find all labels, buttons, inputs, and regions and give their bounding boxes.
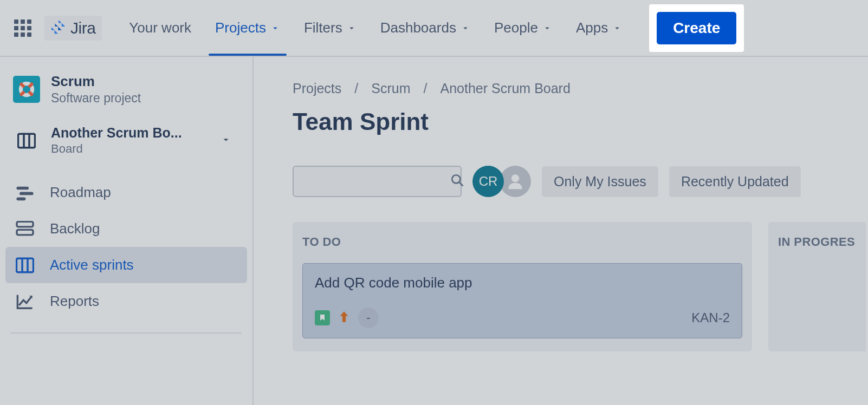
main-content: Projects / Scrum / Another Scrum Board T… <box>254 57 868 405</box>
chevron-down-icon <box>612 23 622 33</box>
sidebar-item-label: Roadmap <box>50 184 111 201</box>
product-logo[interactable]: Jira <box>44 16 102 41</box>
issue-title: Add QR code mobile app <box>315 275 730 291</box>
svg-rect-5 <box>16 186 29 190</box>
issue-key[interactable]: KAN-2 <box>691 310 730 325</box>
svg-rect-8 <box>17 221 33 227</box>
project-avatar <box>13 76 40 103</box>
avatar[interactable]: CR <box>472 166 504 197</box>
nav-your-work[interactable]: Your work <box>117 0 203 56</box>
svg-rect-10 <box>16 258 33 272</box>
app-switcher-icon <box>14 19 31 37</box>
page-title: Team Sprint <box>293 108 868 135</box>
assignee-unset[interactable]: - <box>358 308 379 328</box>
sidebar-item-active-sprints[interactable]: Active sprints <box>5 247 247 283</box>
column-title: TO DO <box>302 235 742 249</box>
nav-people[interactable]: People <box>482 0 564 56</box>
board-column-in-progress: IN PROGRES <box>768 222 866 351</box>
backlog-icon <box>14 221 36 237</box>
active-sprints-icon <box>14 257 36 273</box>
assignee-avatars: CR <box>472 166 531 197</box>
board-picker[interactable]: Another Scrum Bo... Board <box>5 115 247 165</box>
board-icon <box>13 133 40 149</box>
board-sublabel: Board <box>51 142 182 156</box>
nav-label: Apps <box>576 19 608 36</box>
breadcrumb-item[interactable]: Projects <box>293 81 341 96</box>
sidebar-item-label: Reports <box>50 293 99 310</box>
top-nav: Jira Your work Projects Filters Dashboar… <box>0 0 868 57</box>
project-header[interactable]: Scrum Software project <box>5 57 247 115</box>
create-highlight: Create <box>649 4 744 52</box>
sidebar-item-backlog[interactable]: Backlog <box>5 211 247 247</box>
svg-point-15 <box>511 174 519 182</box>
board-toolbar: CR Only My Issues Recently Updated <box>293 166 868 197</box>
svg-rect-7 <box>16 197 25 200</box>
nav-label: Your work <box>129 19 191 36</box>
svg-line-14 <box>459 182 463 186</box>
search-box[interactable] <box>293 166 462 197</box>
nav-label: Projects <box>215 19 266 36</box>
board-name: Another Scrum Bo... <box>51 125 182 141</box>
reports-icon <box>14 293 36 310</box>
svg-rect-9 <box>17 230 33 235</box>
chevron-down-icon <box>461 23 470 33</box>
nav-filters[interactable]: Filters <box>292 0 368 56</box>
svg-rect-6 <box>20 192 34 195</box>
person-icon <box>506 172 524 191</box>
avatar-unassigned[interactable] <box>500 166 531 197</box>
nav-label: Dashboards <box>380 19 456 36</box>
breadcrumb-item[interactable]: Scrum <box>371 81 410 96</box>
product-name: Jira <box>70 19 95 37</box>
roadmap-icon <box>14 185 36 201</box>
sidebar-nav: Roadmap Backlog Active sprints Reports <box>5 174 247 319</box>
sidebar-item-roadmap[interactable]: Roadmap <box>5 174 247 211</box>
column-title: IN PROGRES <box>778 235 866 249</box>
chevron-down-icon <box>220 134 241 148</box>
priority-medium-icon <box>339 310 349 326</box>
nav-apps[interactable]: Apps <box>564 0 634 56</box>
chevron-down-icon <box>347 23 357 33</box>
sidebar-divider <box>11 332 242 334</box>
nav-dashboards[interactable]: Dashboards <box>368 0 482 56</box>
sidebar-item-label: Backlog <box>50 220 100 237</box>
board-column-todo: TO DO Add QR code mobile app - KAN-2 <box>293 222 752 351</box>
chevron-down-icon <box>270 23 280 33</box>
breadcrumb-separator: / <box>424 81 427 96</box>
sidebar-item-reports[interactable]: Reports <box>5 283 247 319</box>
board: TO DO Add QR code mobile app - KAN-2 <box>293 222 868 351</box>
create-button[interactable]: Create <box>657 12 736 44</box>
primary-nav: Your work Projects Filters Dashboards Pe… <box>117 0 634 56</box>
breadcrumb: Projects / Scrum / Another Scrum Board <box>293 81 868 96</box>
nav-projects[interactable]: Projects <box>203 0 292 56</box>
filter-only-my-issues[interactable]: Only My Issues <box>542 166 658 197</box>
issue-card-footer: - KAN-2 <box>315 308 730 328</box>
search-input[interactable] <box>301 174 450 188</box>
project-name: Scrum <box>51 73 141 90</box>
app-switcher-button[interactable] <box>13 18 33 38</box>
issue-card[interactable]: Add QR code mobile app - KAN-2 <box>302 263 742 338</box>
chevron-down-icon <box>542 23 552 33</box>
story-type-icon <box>315 310 330 325</box>
filter-recently-updated[interactable]: Recently Updated <box>669 166 801 197</box>
nav-label: Filters <box>304 19 342 36</box>
sidebar: Scrum Software project Another Scrum Bo.… <box>0 57 254 405</box>
svg-rect-2 <box>18 134 35 148</box>
sidebar-item-label: Active sprints <box>50 257 134 273</box>
nav-label: People <box>494 19 538 36</box>
project-type: Software project <box>51 91 141 106</box>
jira-icon <box>51 19 67 37</box>
lifebuoy-icon <box>17 80 36 99</box>
breadcrumb-separator: / <box>354 81 358 96</box>
search-icon <box>450 173 464 190</box>
breadcrumb-item[interactable]: Another Scrum Board <box>440 81 570 96</box>
